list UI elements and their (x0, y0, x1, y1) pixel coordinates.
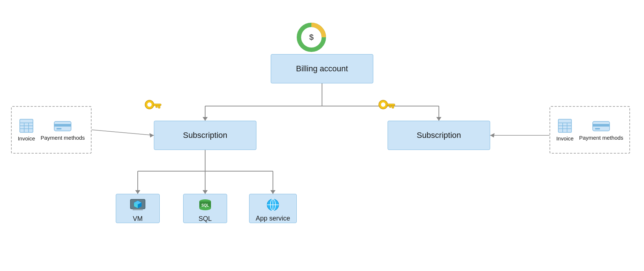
svg-text:SQL: SQL (201, 203, 209, 207)
diagram-container: $ Billing account Subscription Subsc (0, 0, 644, 271)
invoice-left-item: Invoice (18, 118, 35, 142)
app-service-resource-box: App service (249, 194, 297, 223)
payment-right-icon (592, 119, 610, 132)
svg-rect-61 (593, 124, 610, 127)
vm-resource-box: VM (116, 194, 160, 223)
invoice-right-label: Invoice (556, 135, 574, 142)
right-billing-options-box: Invoice Payment methods (549, 106, 630, 154)
svg-text:$: $ (309, 33, 314, 42)
subscription-right-label: Subscription (417, 131, 461, 140)
payment-right-item: Payment methods (579, 119, 623, 141)
payment-right-label: Payment methods (579, 135, 623, 141)
subscription-left-box: Subscription (154, 121, 256, 150)
billing-account-box: Billing account (271, 54, 373, 83)
billing-icon: $ (297, 23, 326, 53)
subscription-right-box: Subscription (388, 121, 490, 150)
svg-rect-53 (56, 128, 62, 129)
key-left-icon (143, 97, 162, 119)
invoice-right-item: Invoice (556, 118, 574, 142)
svg-rect-24 (158, 106, 160, 108)
svg-marker-17 (490, 133, 495, 138)
svg-rect-30 (389, 106, 391, 108)
vm-icon (130, 199, 146, 214)
app-service-icon (265, 198, 281, 213)
svg-marker-3 (203, 117, 208, 121)
vm-label: VM (133, 215, 143, 223)
svg-rect-28 (387, 104, 395, 106)
svg-line-14 (92, 130, 154, 135)
svg-rect-23 (153, 104, 161, 106)
svg-marker-5 (436, 117, 441, 121)
invoice-left-icon (18, 118, 34, 133)
invoice-left-label: Invoice (18, 135, 35, 142)
svg-rect-52 (54, 124, 71, 127)
key-right-icon (377, 97, 396, 119)
billing-account-label: Billing account (296, 64, 348, 74)
app-service-label: App service (256, 215, 290, 223)
payment-left-item: Payment methods (41, 119, 85, 141)
svg-rect-32 (133, 209, 143, 210)
svg-rect-25 (156, 106, 158, 108)
invoice-right-icon (557, 118, 573, 133)
svg-marker-11 (203, 190, 208, 194)
sql-label: SQL (199, 215, 212, 223)
svg-marker-13 (270, 190, 275, 194)
svg-marker-15 (149, 133, 154, 138)
svg-rect-62 (595, 128, 600, 129)
payment-left-label: Payment methods (41, 135, 85, 141)
svg-marker-9 (135, 190, 140, 194)
svg-point-27 (381, 102, 385, 107)
left-billing-options-box: Invoice Payment methods (11, 106, 92, 154)
sql-resource-box: SQL SQL (183, 194, 227, 223)
payment-left-icon (53, 119, 72, 132)
svg-point-22 (147, 102, 152, 107)
svg-rect-29 (392, 106, 394, 108)
sql-icon: SQL (197, 199, 213, 214)
subscription-left-label: Subscription (183, 131, 227, 140)
